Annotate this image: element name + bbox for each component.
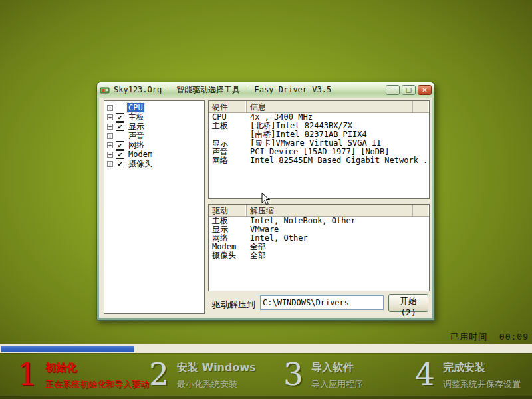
tree-item-mainboard[interactable]: + ✔ 主板	[107, 112, 204, 122]
step-title: 完成安装	[443, 361, 521, 375]
expand-icon[interactable]: +	[107, 105, 113, 111]
expand-icon[interactable]: +	[107, 124, 113, 130]
expand-icon[interactable]: +	[107, 133, 113, 139]
step-title: 导入软件	[311, 361, 363, 375]
hardware-row[interactable]: [南桥]Intel 82371AB PIIX4	[209, 130, 429, 139]
driver-row[interactable]: 显示 VMware	[209, 225, 429, 234]
step-2-install-windows: 2 安装 Windows 最小化系统安装	[149, 357, 256, 392]
tree-item-cpu[interactable]: + CPU	[107, 103, 204, 112]
minimize-button[interactable]: ─	[386, 85, 400, 95]
tree-item-modem[interactable]: + ✔ Modem	[107, 150, 204, 159]
app-icon	[100, 85, 110, 96]
step-subtitle: 导入应用程序	[311, 378, 363, 390]
step-subtitle: 正在系统初始化和导入驱动	[45, 378, 149, 390]
elapsed-time: 已用时间 00:09	[450, 331, 529, 343]
bottom-edge-strip	[0, 396, 532, 399]
column-header-hardware[interactable]: 硬件	[209, 101, 247, 112]
step-title: 初始化	[45, 361, 149, 375]
hardware-row[interactable]: 网络 Intel 82545EM Based Gigabit Network .…	[209, 156, 429, 165]
install-progress-bar	[0, 344, 532, 353]
tree-item-sound[interactable]: + 声音	[107, 131, 204, 140]
elapsed-time-label: 已用时间	[450, 332, 487, 342]
step-number: 1	[17, 357, 37, 392]
window-title: Sky123.Org - 智能驱动选择工具 - Easy Driver V3.5	[114, 84, 384, 96]
checkbox-modem[interactable]: ✔	[116, 150, 124, 159]
driver-list-header: 驱动 解压缩	[209, 205, 429, 217]
dialog-client-area: + CPU + ✔ 主板 + ✔ 显示 + 声音 + ✔ 网	[99, 98, 432, 318]
maximize-button[interactable]: ▢	[402, 85, 416, 95]
column-header-info[interactable]: 信息	[247, 101, 413, 112]
extract-path-input[interactable]	[260, 295, 384, 310]
elapsed-time-value: 00:09	[499, 332, 529, 342]
expand-icon[interactable]: +	[107, 152, 113, 158]
checkbox-mainboard[interactable]: ✔	[116, 113, 124, 122]
expand-icon[interactable]: +	[107, 142, 113, 148]
column-header-extract[interactable]: 解压缩	[247, 205, 413, 216]
device-tree: + CPU + ✔ 主板 + ✔ 显示 + 声音 + ✔ 网	[104, 100, 205, 314]
hardware-row[interactable]: 声音 PCI Device [15AD-1977] [NoDB]	[209, 148, 429, 156]
checkbox-camera[interactable]: ✔	[116, 160, 124, 168]
column-header-filler	[413, 101, 429, 112]
install-progress-fill	[1, 346, 134, 352]
driver-row[interactable]: 摄像头 全部	[209, 251, 429, 260]
hardware-row[interactable]: CPU 4x , 3400 MHz	[209, 113, 429, 122]
expand-icon[interactable]: +	[107, 114, 113, 120]
tree-item-label[interactable]: 网络	[127, 140, 146, 151]
tree-item-display[interactable]: + ✔ 显示	[107, 122, 204, 131]
driver-list: 驱动 解压缩 主板 Intel, NoteBook, Other 显示 VMwa…	[208, 204, 430, 291]
hardware-list-header: 硬件 信息	[209, 101, 429, 113]
step-title: 安装 Windows	[177, 361, 256, 375]
driver-row[interactable]: 网络 Intel, Other	[209, 234, 429, 243]
titlebar[interactable]: Sky123.Org - 智能驱动选择工具 - Easy Driver V3.5…	[97, 82, 434, 98]
tree-item-camera[interactable]: + ✔ 摄像头	[107, 159, 204, 168]
close-button[interactable]: ✕	[418, 85, 432, 95]
hardware-row[interactable]: 显示 [显卡]VMware Virtual SVGA II	[209, 139, 429, 148]
tree-item-label[interactable]: 摄像头	[127, 158, 154, 170]
driver-row[interactable]: 主板 Intel, NoteBook, Other	[209, 217, 429, 225]
step-subtitle: 最小化系统安装	[177, 378, 256, 390]
step-4-finish-install: 4 完成安装 调整系统并保存设置	[415, 357, 521, 392]
step-subtitle: 调整系统并保存设置	[443, 378, 521, 390]
checkbox-network[interactable]: ✔	[116, 141, 124, 150]
hardware-info-list: 硬件 信息 CPU 4x , 3400 MHz 主板 [北桥]Intel 824…	[208, 100, 430, 199]
tree-item-network[interactable]: + ✔ 网络	[107, 140, 204, 150]
checkbox-display[interactable]: ✔	[116, 122, 124, 131]
mouse-cursor	[261, 192, 271, 206]
column-header-driver[interactable]: 驱动	[209, 205, 247, 216]
hardware-row[interactable]: 主板 [北桥]Intel 82443BX/ZX	[209, 122, 429, 130]
expand-icon[interactable]: +	[107, 161, 113, 167]
step-number: 3	[283, 357, 303, 392]
extract-path-label: 驱动解压到	[212, 299, 255, 311]
step-number: 4	[415, 357, 435, 392]
divider	[0, 353, 532, 354]
start-button[interactable]: 开始(2)	[388, 294, 428, 312]
column-header-filler	[413, 205, 429, 216]
step-3-import-software: 3 导入软件 导入应用程序	[283, 357, 363, 392]
checkbox-cpu[interactable]	[116, 104, 124, 112]
step-1-initialize: 1 初始化 正在系统初始化和导入驱动	[17, 357, 149, 392]
driver-row[interactable]: Modem 全部	[209, 243, 429, 251]
checkbox-sound[interactable]	[116, 132, 124, 140]
step-number: 2	[149, 357, 169, 392]
